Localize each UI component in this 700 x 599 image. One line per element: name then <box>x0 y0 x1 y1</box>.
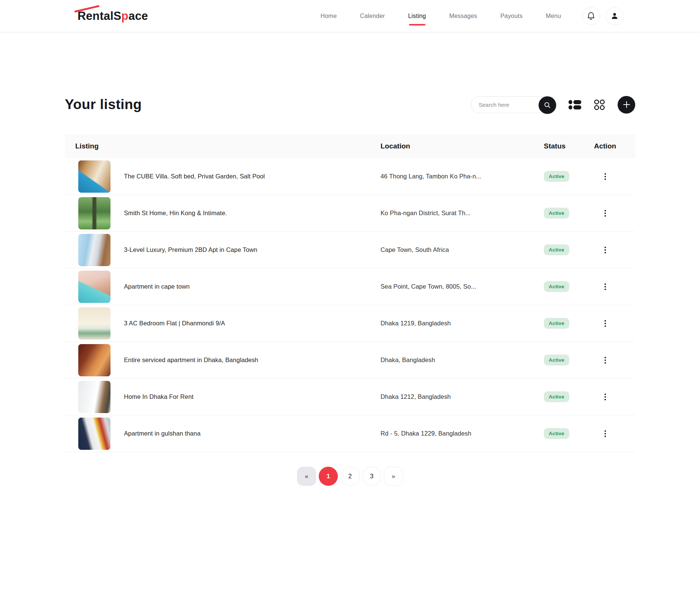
listing-name: Smith St Home, Hin Kong & Intimate. <box>124 210 227 217</box>
status-badge: Active <box>544 281 569 292</box>
brand-text-2: ace <box>128 9 148 22</box>
listing-location: Dhaka 1212, Bangladesh <box>381 393 544 400</box>
column-header-location: Location <box>381 142 544 150</box>
listing-name: Apartment in gulshan thana <box>124 430 200 437</box>
top-navbar: RentalSpace Home Calender Listing Messag… <box>0 0 700 32</box>
kebab-icon <box>604 283 606 285</box>
nav-item-messages[interactable]: Messages <box>449 9 477 23</box>
main-content: Your listing <box>0 95 700 486</box>
table-row[interactable]: Apartment in cape town Sea Point, Cape T… <box>65 268 635 305</box>
listing-name: Home In Dhaka For Rent <box>124 393 194 400</box>
listing-name: 3-Level Luxury, Premium 2BD Apt in Cape … <box>124 246 257 253</box>
plus-icon <box>623 101 630 108</box>
table-row[interactable]: Apartment in gulshan thana Rd - 5, Dhaka… <box>65 415 635 452</box>
page-title: Your listing <box>65 97 142 112</box>
nav-icon-group <box>582 7 624 25</box>
listing-cell: 3 AC Bedroom Flat | Dhanmondi 9/A <box>75 307 381 340</box>
listing-name: Apartment in cape town <box>124 283 190 290</box>
user-icon <box>610 12 619 20</box>
main-nav: Home Calender Listing Messages Payouts M… <box>321 9 561 23</box>
status-badge: Active <box>544 208 569 219</box>
column-header-status: Status <box>544 142 594 150</box>
listing-thumbnail <box>78 381 110 413</box>
listing-cell: Apartment in gulshan thana <box>75 418 381 450</box>
page-head: Your listing <box>65 95 635 114</box>
kebab-icon <box>604 247 606 248</box>
listing-controls <box>471 96 635 114</box>
listing-thumbnail <box>78 344 110 376</box>
nav-item-menu[interactable]: Menu <box>546 9 561 23</box>
row-actions-button[interactable] <box>599 354 611 367</box>
pagination-first-button[interactable]: « <box>297 467 316 486</box>
pagination-page-1[interactable]: 1 <box>319 467 338 486</box>
table-row[interactable]: The CUBE Villa. Soft bed, Privat Garden,… <box>65 158 635 195</box>
table-row[interactable]: Smith St Home, Hin Kong & Intimate. Ko P… <box>65 195 635 232</box>
pagination-last-button[interactable]: » <box>384 467 403 486</box>
listing-cell: Entire serviced apartment in Dhaka, Bang… <box>75 344 381 376</box>
search-button[interactable] <box>539 96 556 114</box>
row-actions-button[interactable] <box>599 391 611 403</box>
add-listing-button[interactable] <box>618 96 635 114</box>
listing-name: The CUBE Villa. Soft bed, Privat Garden,… <box>124 173 265 180</box>
listing-cell: The CUBE Villa. Soft bed, Privat Garden,… <box>75 160 381 193</box>
listing-thumbnail <box>78 160 110 193</box>
listing-cell: 3-Level Luxury, Premium 2BD Apt in Cape … <box>75 234 381 266</box>
column-header-action: Action <box>594 142 635 150</box>
search-box <box>471 96 556 113</box>
listing-thumbnail <box>78 234 110 266</box>
table-row[interactable]: Entire serviced apartment in Dhaka, Bang… <box>65 342 635 379</box>
listing-location: Ko Pha-ngan District, Surat Th... <box>381 210 544 217</box>
listing-location: Dhaka, Bangladesh <box>381 356 544 364</box>
status-badge: Active <box>544 171 569 182</box>
row-actions-button[interactable] <box>599 244 611 256</box>
nav-item-payouts[interactable]: Payouts <box>500 9 522 23</box>
listing-thumbnail <box>78 197 110 229</box>
listing-location: Dhaka 1219, Bangladesh <box>381 320 544 327</box>
nav-item-listing[interactable]: Listing <box>408 9 426 23</box>
column-header-listing: Listing <box>75 142 381 150</box>
notification-button[interactable] <box>582 7 600 25</box>
nav-item-calender[interactable]: Calender <box>360 9 385 23</box>
row-actions-button[interactable] <box>599 280 611 293</box>
table-row[interactable]: Home In Dhaka For Rent Dhaka 1212, Bangl… <box>65 379 635 415</box>
listing-cell: Apartment in cape town <box>75 271 381 303</box>
row-actions-button[interactable] <box>599 317 611 330</box>
status-badge: Active <box>544 355 569 365</box>
kebab-icon <box>604 357 606 358</box>
table-header: Listing Location Status Action <box>65 134 635 158</box>
brand-text-red: p <box>121 9 128 22</box>
listing-thumbnail <box>78 418 110 450</box>
kebab-icon <box>604 173 606 175</box>
listing-cell: Home In Dhaka For Rent <box>75 381 381 413</box>
table-row[interactable]: 3 AC Bedroom Flat | Dhanmondi 9/A Dhaka … <box>65 305 635 342</box>
pagination-page-2[interactable]: 2 <box>340 467 360 486</box>
listing-thumbnail <box>78 307 110 340</box>
listing-cell: Smith St Home, Hin Kong & Intimate. <box>75 197 381 229</box>
table-row[interactable]: 3-Level Luxury, Premium 2BD Apt in Cape … <box>65 232 635 268</box>
nav-item-home[interactable]: Home <box>321 9 337 23</box>
pagination-page-3[interactable]: 3 <box>362 467 381 486</box>
pagination: « 1 2 3 » <box>65 467 635 486</box>
profile-button[interactable] <box>606 7 624 25</box>
brand-logo[interactable]: RentalSpace <box>78 9 148 23</box>
status-badge: Active <box>544 428 569 439</box>
listing-location: Rd - 5, Dhaka 1229, Bangladesh <box>381 430 544 437</box>
list-view-icon <box>569 100 581 110</box>
listing-table: Listing Location Status Action The CUBE … <box>65 134 635 452</box>
list-view-button[interactable] <box>569 100 581 110</box>
row-actions-button[interactable] <box>599 207 611 220</box>
grid-view-icon <box>594 99 605 111</box>
grid-view-button[interactable] <box>594 99 605 111</box>
kebab-icon <box>604 210 606 211</box>
listing-name: Entire serviced apartment in Dhaka, Bang… <box>124 356 258 364</box>
row-actions-button[interactable] <box>599 427 611 440</box>
bell-icon <box>587 12 595 21</box>
listing-location: Sea Point, Cape Town, 8005, So... <box>381 283 544 290</box>
listing-location: 46 Thong Lang, Tambon Ko Pha-n... <box>381 173 544 180</box>
listing-name: 3 AC Bedroom Flat | Dhanmondi 9/A <box>124 320 225 327</box>
row-actions-button[interactable] <box>599 170 611 183</box>
status-badge: Active <box>544 391 569 402</box>
listing-thumbnail <box>78 271 110 303</box>
kebab-icon <box>604 320 606 322</box>
kebab-icon <box>604 394 606 395</box>
